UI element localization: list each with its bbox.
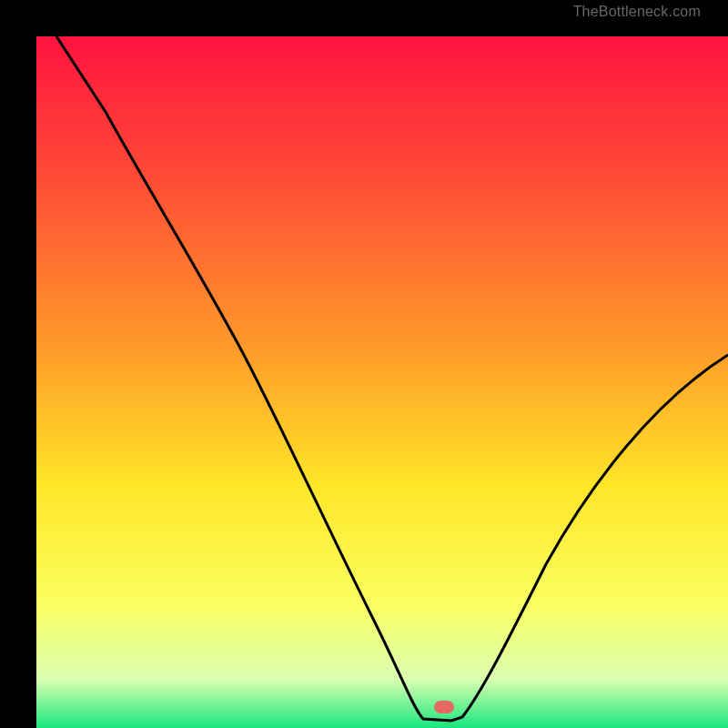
optimal-point-marker [434,701,454,713]
bottleneck-chart [36,36,728,728]
gradient-background [36,36,728,728]
watermark-text: TheBottleneck.com [573,4,701,20]
plot-frame [18,18,710,710]
